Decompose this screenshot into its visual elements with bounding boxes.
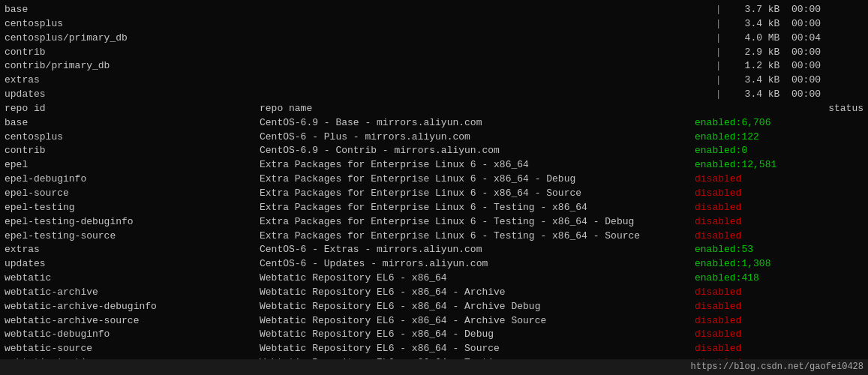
repo-row: epel-testingExtra Packages for Enterpris… [5,201,863,215]
header-status: status [773,102,863,116]
download-line: base | 3.7 kB 00:00 [5,3,863,17]
repo-row: webtatic-sourceWebtatic Repository EL6 -… [5,342,863,356]
repo-row: webtatic-debuginfoWebtatic Repository EL… [5,328,863,342]
repo-row: epel-debuginfoExtra Packages for Enterpr… [5,172,863,187]
repo-row: webtatic-archiveWebtatic Repository EL6 … [5,286,863,300]
header-repo-name: repo name [260,102,773,116]
repo-row: webtatic-archive-debuginfoWebtatic Repos… [5,300,863,314]
repo-row: epelExtra Packages for Enterprise Linux … [5,158,863,172]
repo-row: webtaticWebtatic Repository EL6 - x86_64… [5,272,863,286]
download-line: centosplus/primary_db | 4.0 MB 00:04 [5,32,863,46]
download-line: centosplus | 3.4 kB 00:00 [5,17,863,32]
repo-row: centosplusCentOS-6 - Plus - mirrors.aliy… [5,130,863,145]
watermark-text: https://blog.csdn.net/gaofei0428 [691,362,863,372]
terminal-window: base | 3.7 kB 00:00centosplus | 3.4 kB 0… [0,0,868,375]
repo-row: epel-testing-debuginfoExtra Packages for… [5,215,863,230]
download-line: contrib | 2.9 kB 00:00 [5,46,863,60]
repo-row: epel-sourceExtra Packages for Enterprise… [5,187,863,201]
repo-row: extrasCentOS-6 - Extras - mirrors.aliyun… [5,243,863,257]
repo-row: baseCentOS-6.9 - Base - mirrors.aliyun.c… [5,116,863,130]
download-line: extras | 3.4 kB 00:00 [5,74,863,88]
repo-row: epel-testing-sourceExtra Packages for En… [5,230,863,244]
download-line: contrib/primary_db | 1.2 kB 00:00 [5,59,863,74]
download-line: updates | 3.4 kB 00:00 [5,88,863,102]
download-lines: base | 3.7 kB 00:00centosplus | 3.4 kB 0… [5,3,863,102]
watermark-bar: https://blog.csdn.net/gaofei0428 [0,359,868,375]
repo-row: updatesCentOS-6 - Updates - mirrors.aliy… [5,257,863,272]
header-repo-id: repo id [5,102,260,116]
repo-header: repo id repo name status [5,102,863,116]
repo-list: baseCentOS-6.9 - Base - mirrors.aliyun.c… [5,116,863,375]
repo-row: webtatic-archive-sourceWebtatic Reposito… [5,314,863,328]
repo-row: contribCentOS-6.9 - Contrib - mirrors.al… [5,144,863,158]
